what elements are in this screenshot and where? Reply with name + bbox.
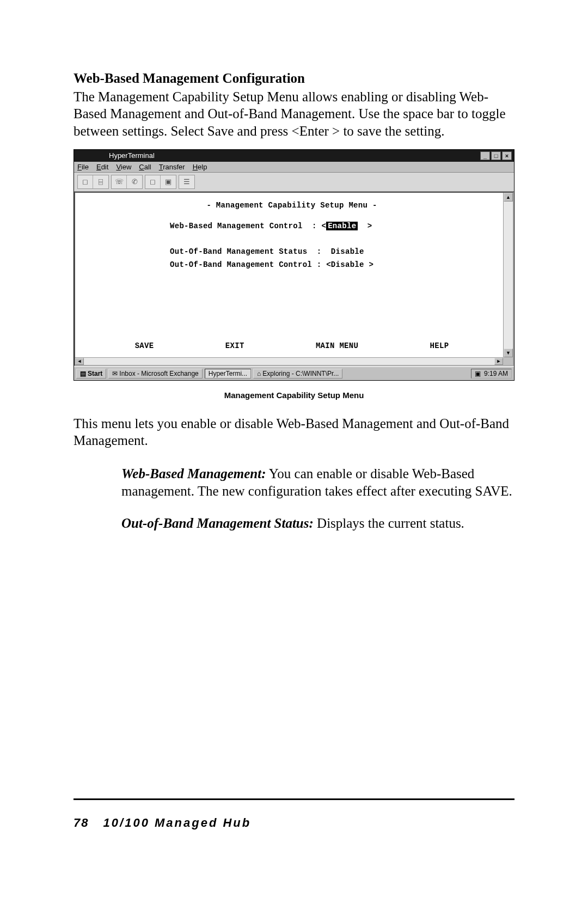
toolbar-open-icon[interactable]: ⌸: [93, 175, 108, 188]
page-content: Web-Based Management Configuration The M…: [74, 71, 514, 532]
window-title: HyperTerminal: [76, 151, 480, 160]
menu-transfer[interactable]: Transfer: [159, 163, 185, 171]
inbox-icon: ✉: [112, 370, 118, 377]
close-button[interactable]: ×: [502, 151, 512, 160]
intro-paragraph: The Management Capability Setup Menu all…: [74, 88, 514, 139]
taskbar-explorer[interactable]: ⌂ Exploring - C:\WINNT\Pr...: [253, 369, 342, 379]
scroll-up-icon[interactable]: ▲: [504, 193, 513, 202]
figure-caption: Management Capability Setup Menu: [74, 391, 514, 400]
scroll-right-icon[interactable]: ►: [494, 358, 503, 365]
toolbar-receive-icon[interactable]: ▣: [161, 175, 176, 188]
window-titlebar: HyperTerminal _ □ ×: [74, 150, 514, 162]
vertical-scrollbar[interactable]: ▲ ▼: [503, 193, 513, 357]
maximize-button[interactable]: □: [491, 151, 501, 160]
page-footer: 78 10/100 Managed Hub: [74, 816, 251, 830]
term-exit[interactable]: EXIT: [225, 340, 244, 353]
scroll-left-icon[interactable]: ◄: [75, 358, 84, 365]
term-field-oob-status: Out-Of-Band Management Status : Disable: [170, 246, 495, 259]
footer-rule: [74, 798, 514, 800]
book-title: 10/100 Managed Hub: [103, 816, 252, 829]
explorer-icon: ⌂: [257, 370, 261, 377]
page-number: 78: [74, 816, 89, 829]
menu-file[interactable]: File: [77, 163, 89, 171]
menu-view[interactable]: View: [116, 163, 131, 171]
term-field-oob-control: Out-Of-Band Management Control : <Disabl…: [170, 259, 495, 272]
start-button[interactable]: ▤ Start: [76, 369, 106, 379]
section-heading: Web-Based Management Configuration: [74, 71, 514, 86]
menu-edit[interactable]: Edit: [96, 163, 108, 171]
toolbar-new-icon[interactable]: ◻: [78, 175, 93, 188]
toolbar-properties-icon[interactable]: ☰: [179, 175, 194, 188]
window-controls: _ □ ×: [480, 151, 512, 160]
term-title: - Management Capability Setup Menu -: [88, 199, 495, 212]
definition-list: Web-Based Management: You can enable or …: [121, 465, 514, 532]
tray-clock: 9:19 AM: [484, 370, 508, 377]
def-web-based: Web-Based Management: You can enable or …: [121, 465, 514, 499]
scroll-corner: [503, 357, 513, 365]
toolbar-send-icon[interactable]: ◻: [145, 175, 161, 188]
windows-logo-icon: ▤: [80, 370, 86, 377]
term-main-menu[interactable]: MAIN MENU: [316, 340, 358, 353]
terminal-viewport: - Management Capability Setup Menu - Web…: [74, 192, 514, 366]
horizontal-scrollbar[interactable]: ◄ ►: [75, 357, 503, 365]
windows-taskbar: ▤ Start ✉ Inbox - Microsoft Exchange Hyp…: [74, 366, 514, 380]
toolbar: ◻ ⌸ ☏ ✆ ◻ ▣ ☰: [74, 173, 514, 192]
def-oob-status: Out-of-Band Management Status: Displays …: [121, 515, 514, 532]
term-help[interactable]: HELP: [430, 340, 449, 353]
menu-bar: File Edit View Call Transfer Help: [74, 162, 514, 173]
scroll-down-icon[interactable]: ▼: [504, 349, 513, 357]
toolbar-call-icon[interactable]: ☏: [112, 175, 127, 188]
hyperterminal-window: HyperTerminal _ □ × File Edit View Call …: [74, 149, 514, 381]
menu-call[interactable]: Call: [139, 163, 151, 171]
tray-icon[interactable]: ▣: [475, 370, 481, 377]
toolbar-hangup-icon[interactable]: ✆: [127, 175, 142, 188]
system-tray: ▣ 9:19 AM: [471, 369, 512, 379]
term-save[interactable]: SAVE: [135, 340, 154, 353]
paragraph-2: This menu lets you enable or disable Web…: [74, 415, 514, 449]
term-action-row: SAVE EXIT MAIN MENU HELP: [83, 340, 501, 353]
term-field-web-mgmt: Web-Based Management Control : <Enable >: [170, 220, 495, 233]
taskbar-inbox[interactable]: ✉ Inbox - Microsoft Exchange: [108, 369, 202, 379]
minimize-button[interactable]: _: [480, 151, 490, 160]
term-field-web-mgmt-value[interactable]: Enable: [326, 222, 358, 230]
terminal-content[interactable]: - Management Capability Setup Menu - Web…: [83, 193, 501, 357]
menu-help[interactable]: Help: [193, 163, 207, 171]
taskbar-hyperterminal[interactable]: HyperTermi...: [205, 369, 251, 379]
